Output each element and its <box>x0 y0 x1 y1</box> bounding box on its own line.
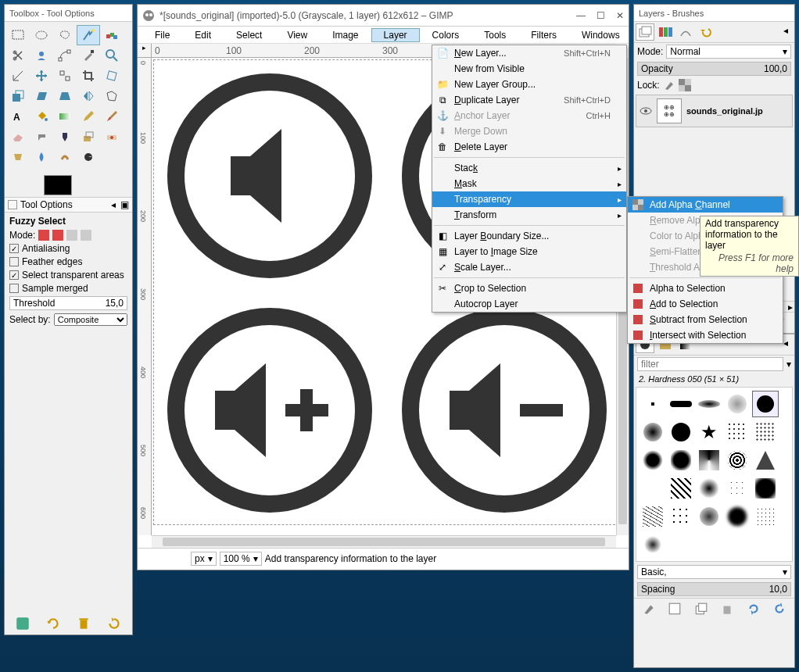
brush-item[interactable] <box>696 475 722 502</box>
menu-layer[interactable]: Layer <box>371 28 420 42</box>
brush-item-selected[interactable] <box>752 391 779 417</box>
unit-selector[interactable]: px ▾ <box>191 552 217 566</box>
blend-tool[interactable] <box>53 106 77 127</box>
bucket-fill-tool[interactable] <box>30 106 53 127</box>
crop-tool[interactable] <box>77 66 100 86</box>
brush-preset-select[interactable]: Basic,▾ <box>637 565 791 579</box>
menu-colors[interactable]: Colors <box>420 28 472 42</box>
brush-item[interactable] <box>668 419 694 445</box>
menu-duplicate-layer[interactable]: ⧉Duplicate LayerShift+Ctrl+D <box>432 92 626 108</box>
brush-item[interactable] <box>640 475 666 502</box>
brush-item[interactable] <box>668 447 694 474</box>
brush-item[interactable] <box>640 419 666 445</box>
lock-alpha-icon[interactable] <box>679 79 691 91</box>
menu-crop-to-selection[interactable]: ✂Crop to Selection <box>432 281 626 296</box>
menu-anchor-layer[interactable]: ⚓Anchor LayerCtrl+H <box>432 108 626 123</box>
menu-windows[interactable]: Windows <box>569 28 632 42</box>
ruler-corner[interactable]: ▸ <box>138 44 152 58</box>
smudge-tool[interactable] <box>53 147 77 167</box>
delete-brush-icon[interactable] <box>720 602 734 616</box>
menu-view[interactable]: View <box>274 28 320 42</box>
brush-item[interactable] <box>696 447 722 474</box>
layer-item[interactable]: ⊕⊕⊕⊕ sounds_original.jp <box>636 95 793 127</box>
fuzzy-select-tool[interactable] <box>77 25 100 45</box>
opacity-slider[interactable]: Opacity100,0 <box>637 62 791 76</box>
heal-tool[interactable] <box>100 127 124 147</box>
brush-item[interactable] <box>640 391 666 417</box>
rotate-tool[interactable] <box>100 66 124 86</box>
mode-dropdown[interactable]: Normal▾ <box>666 45 791 59</box>
brush-item[interactable] <box>696 503 722 530</box>
brush-item[interactable] <box>668 391 694 417</box>
measure-tool[interactable] <box>6 66 30 86</box>
brush-item[interactable] <box>724 391 751 417</box>
menu-mask[interactable]: Mask▸ <box>432 176 626 191</box>
color-swatch[interactable] <box>5 170 132 197</box>
menu-add-to-selection[interactable]: Add to Selection <box>628 296 783 312</box>
tab-layers[interactable] <box>636 23 654 41</box>
menu-transform[interactable]: Transform▸ <box>432 207 626 223</box>
transparent-check[interactable]: ✓Select transparent areas <box>9 270 127 281</box>
brush-item[interactable] <box>640 531 666 558</box>
menu-intersect-with-selection[interactable]: Intersect with Selection <box>628 327 783 343</box>
perspective-clone-tool[interactable] <box>6 147 30 167</box>
ink-tool[interactable] <box>53 127 77 147</box>
mode-intersect[interactable] <box>81 230 91 241</box>
align-tool[interactable] <box>53 66 77 86</box>
brush-item[interactable] <box>724 419 751 445</box>
menu-edit[interactable]: Edit <box>182 28 224 42</box>
tab-undo[interactable] <box>697 23 715 41</box>
visibility-icon[interactable] <box>640 105 652 117</box>
tab-menu-icon[interactable]: ◂ <box>779 23 793 41</box>
menu-layer-to-image[interactable]: ▦Layer to Image Size <box>432 244 626 259</box>
menu-subtract-from-selection[interactable]: Subtract from Selection <box>628 312 783 327</box>
menu-new-layer-group[interactable]: 📁New Layer Group... <box>432 77 626 92</box>
ellipse-select-tool[interactable] <box>30 25 53 45</box>
reset-options-icon[interactable] <box>106 616 122 631</box>
menu-image[interactable]: Image <box>320 28 371 42</box>
menu-filters[interactable]: Filters <box>518 28 569 42</box>
color-picker-tool[interactable] <box>77 45 100 66</box>
minimize-button[interactable]: — <box>576 10 586 21</box>
brush-filter-input[interactable] <box>637 357 783 371</box>
airbrush-tool[interactable] <box>30 127 53 147</box>
maximize-button[interactable]: ☐ <box>597 10 605 21</box>
menu-select[interactable]: Select <box>224 28 274 42</box>
refresh-brush-icon[interactable] <box>747 602 761 616</box>
zoom-tool[interactable] <box>100 45 124 66</box>
edit-brush-icon[interactable] <box>642 602 656 616</box>
foreground-select-tool[interactable] <box>30 45 53 66</box>
brush-item[interactable] <box>724 447 751 474</box>
brush-item[interactable] <box>752 503 779 530</box>
brush-item[interactable] <box>752 419 779 445</box>
delete-options-icon[interactable] <box>76 616 91 631</box>
shear-tool[interactable] <box>30 86 53 106</box>
scrollbar-horizontal[interactable] <box>152 535 616 548</box>
tab-paths[interactable] <box>676 23 695 41</box>
cage-tool[interactable] <box>100 86 124 106</box>
lock-pixel-icon[interactable] <box>663 79 675 91</box>
scissors-tool[interactable] <box>6 45 30 66</box>
save-options-icon[interactable] <box>15 616 30 631</box>
threshold-field[interactable]: Threshold15,0 <box>9 296 127 310</box>
paintbrush-tool[interactable] <box>100 106 124 127</box>
sample-merged-check[interactable]: Sample merged <box>9 283 127 294</box>
perspective-tool[interactable] <box>53 86 77 106</box>
menu-add-alpha[interactable]: Add Alpha Channel <box>628 197 783 213</box>
menu-new-layer[interactable]: 📄New Layer...Shift+Ctrl+N <box>432 45 626 61</box>
menu-transparency[interactable]: Transparency▸ <box>432 191 626 207</box>
new-brush-icon[interactable] <box>668 602 682 616</box>
tab-channels[interactable] <box>656 23 675 41</box>
paths-tool[interactable] <box>53 45 77 66</box>
color-select-tool[interactable] <box>100 25 124 45</box>
dodge-tool[interactable] <box>77 147 100 167</box>
brush-item[interactable] <box>696 391 722 417</box>
antialiasing-check[interactable]: ✓Antialiasing <box>9 243 127 254</box>
menu-tools[interactable]: Tools <box>471 28 518 42</box>
brush-item[interactable]: ★ <box>696 419 722 445</box>
brush-item[interactable] <box>668 503 694 530</box>
eraser-tool[interactable] <box>6 127 30 147</box>
menu-autocrop-layer[interactable]: Autocrop Layer <box>432 296 626 312</box>
menu-stack[interactable]: Stack▸ <box>432 160 626 176</box>
menu-alpha-to-selection[interactable]: Alpha to Selection <box>628 281 783 296</box>
